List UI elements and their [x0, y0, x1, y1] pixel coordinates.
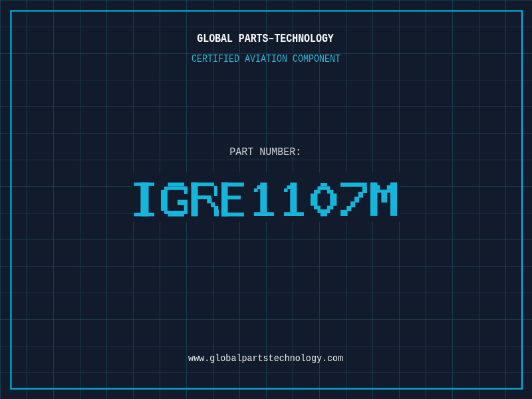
svg-text:CERTIFIED AVIATION COMPONENT: CERTIFIED AVIATION COMPONENT: [192, 53, 340, 66]
svg-text:www.globalpartstechnology.com: www.globalpartstechnology.com: [188, 354, 343, 364]
svg-text:GLOBAL PARTS–TECHNOLOGY: GLOBAL PARTS–TECHNOLOGY: [197, 33, 334, 45]
svg-text:PART NUMBER:: PART NUMBER:: [229, 146, 301, 158]
